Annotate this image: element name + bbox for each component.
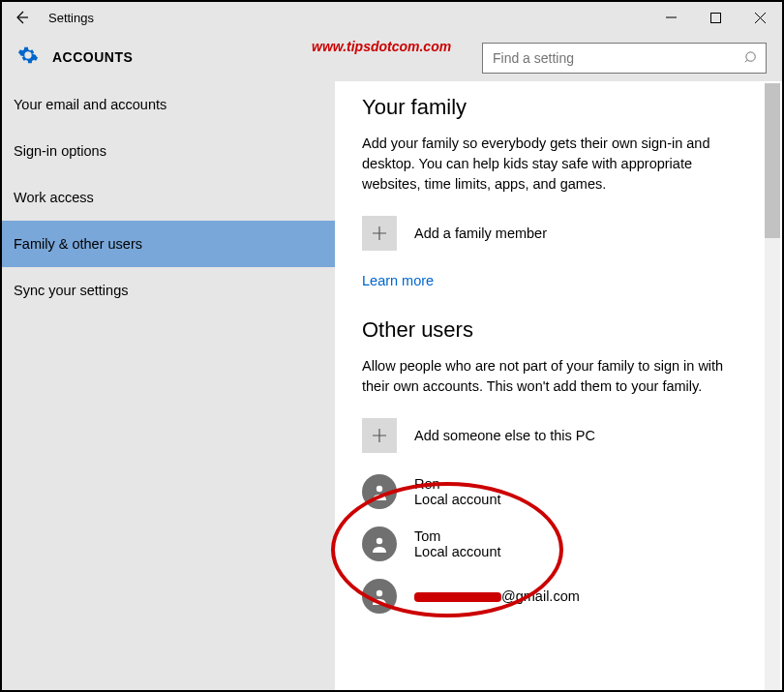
maximize-icon xyxy=(710,13,721,23)
user-row[interactable]: @gmail.com xyxy=(362,579,757,614)
plus-icon xyxy=(371,427,388,444)
search-icon xyxy=(744,50,759,69)
scrollbar-thumb[interactable] xyxy=(765,83,780,238)
user-name: Tom xyxy=(414,528,500,544)
scrollbar[interactable] xyxy=(765,83,780,690)
avatar xyxy=(362,527,397,561)
window-controls xyxy=(648,2,782,33)
sidebar-item-email[interactable]: Your email and accounts xyxy=(2,81,335,128)
close-button[interactable] xyxy=(738,2,782,33)
avatar xyxy=(362,579,397,614)
user-info: Tom Local account xyxy=(414,528,500,559)
avatar xyxy=(362,474,397,509)
sidebar-item-sync[interactable]: Sync your settings xyxy=(2,267,335,314)
other-heading: Other users xyxy=(362,317,757,343)
back-button[interactable] xyxy=(2,2,41,33)
add-family-label: Add a family member xyxy=(414,226,547,241)
svg-rect-0 xyxy=(710,13,720,22)
sidebar-item-signin[interactable]: Sign-in options xyxy=(2,128,335,174)
body: Your email and accounts Sign-in options … xyxy=(2,81,782,690)
window-title: Settings xyxy=(41,11,648,25)
gear-icon xyxy=(17,45,39,70)
sidebar-item-label: Your email and accounts xyxy=(14,97,166,112)
family-desc: Add your family so everybody gets their … xyxy=(362,134,730,195)
user-row[interactable]: Ron Local account xyxy=(362,474,757,509)
sidebar-item-label: Family & other users xyxy=(14,236,142,252)
header: ACCOUNTS www.tipsdotcom.com xyxy=(2,33,782,81)
person-icon xyxy=(370,482,389,501)
minimize-button[interactable] xyxy=(648,2,693,33)
sidebar-item-label: Sign-in options xyxy=(14,143,106,159)
add-family-button[interactable]: Add a family member xyxy=(362,216,757,251)
search-input[interactable] xyxy=(482,43,767,74)
redacted-text xyxy=(414,592,501,602)
add-other-button[interactable]: Add someone else to this PC xyxy=(362,418,757,453)
sidebar-item-work[interactable]: Work access xyxy=(2,174,335,221)
family-heading: Your family xyxy=(362,95,757,120)
person-icon xyxy=(370,534,389,554)
user-type: Local account xyxy=(414,544,500,559)
svg-point-4 xyxy=(377,590,382,596)
user-info: @gmail.com xyxy=(414,588,580,604)
section-heading: ACCOUNTS xyxy=(52,49,133,65)
sidebar-item-label: Sync your settings xyxy=(14,283,128,298)
arrow-left-icon xyxy=(14,10,29,25)
watermark-text: www.tipsdotcom.com xyxy=(312,39,451,54)
user-row[interactable]: Tom Local account xyxy=(362,527,757,561)
user-info: Ron Local account xyxy=(414,476,500,507)
sidebar: Your email and accounts Sign-in options … xyxy=(2,81,335,690)
user-name: Ron xyxy=(414,476,500,492)
plus-icon xyxy=(371,225,388,242)
close-icon xyxy=(755,13,766,23)
search-wrap xyxy=(482,43,767,74)
user-type: Local account xyxy=(414,492,500,507)
minimize-icon xyxy=(666,13,677,23)
user-name: @gmail.com xyxy=(414,588,580,604)
learn-more-link[interactable]: Learn more xyxy=(362,273,434,288)
sidebar-item-family[interactable]: Family & other users xyxy=(2,221,335,267)
svg-point-2 xyxy=(377,486,382,492)
plus-box xyxy=(362,418,397,453)
other-desc: Allow people who are not part of your fa… xyxy=(362,356,730,397)
email-suffix: @gmail.com xyxy=(501,588,580,604)
plus-box xyxy=(362,216,397,251)
maximize-button[interactable] xyxy=(693,2,738,33)
add-other-label: Add someone else to this PC xyxy=(414,428,595,443)
sidebar-item-label: Work access xyxy=(14,190,94,205)
content: Your family Add your family so everybody… xyxy=(335,81,782,690)
person-icon xyxy=(370,587,389,606)
titlebar: Settings xyxy=(2,2,782,33)
svg-point-3 xyxy=(377,538,382,544)
